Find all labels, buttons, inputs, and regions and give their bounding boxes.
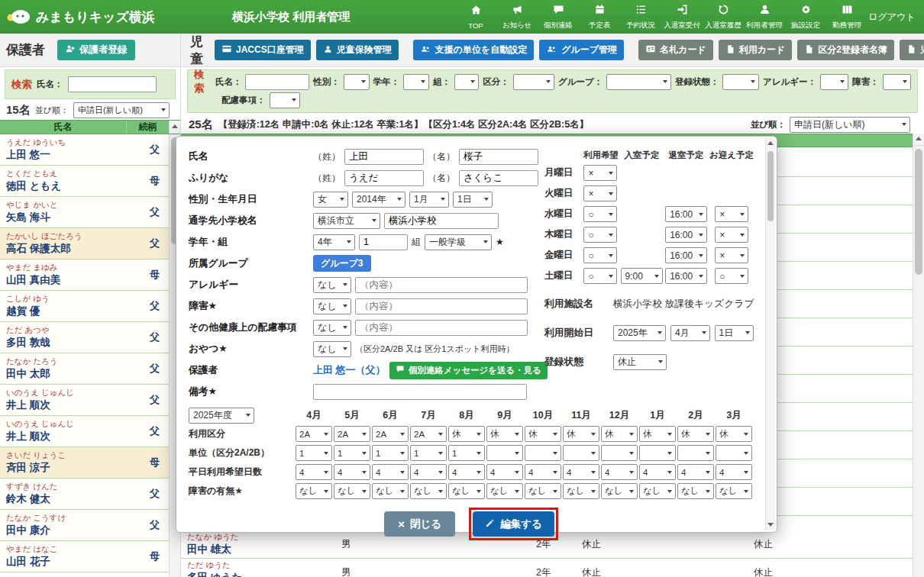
unit-select[interactable] bbox=[601, 445, 638, 461]
unit-select[interactable]: 1 bbox=[334, 445, 370, 461]
usage-kubun-select[interactable]: 休 bbox=[525, 426, 561, 442]
unit-select[interactable]: 1 bbox=[410, 445, 447, 461]
unit-select[interactable] bbox=[563, 445, 599, 461]
disability-month-select[interactable]: なし bbox=[334, 483, 370, 499]
kubun-filter-select[interactable] bbox=[513, 74, 554, 90]
usage-kubun-select[interactable]: 2A bbox=[334, 426, 370, 442]
class-filter-select[interactable] bbox=[454, 74, 479, 90]
scroll-up-button[interactable] bbox=[169, 121, 180, 134]
guardian-link[interactable]: 上田 悠一（父） bbox=[313, 363, 386, 377]
unit-select[interactable] bbox=[716, 445, 752, 461]
start-day-select[interactable]: 1日 bbox=[715, 325, 754, 341]
guardian-row[interactable]: ただ あつや 多田 敦哉 父 bbox=[0, 322, 169, 353]
disability-detail-input[interactable] bbox=[355, 298, 528, 314]
school-name-input[interactable] bbox=[384, 213, 499, 229]
guardian-row[interactable]: いのうえ じゅんじ 井上 順次 父 bbox=[0, 416, 169, 447]
weekday-days-select[interactable]: 4 bbox=[677, 464, 714, 480]
nav-history[interactable]: 入退室履歴 bbox=[703, 3, 744, 31]
friday-pickup-select[interactable]: × bbox=[715, 247, 748, 263]
child-insurance-button[interactable]: 児童保険管理 bbox=[316, 40, 399, 60]
wednesday-leave-select[interactable]: 16:00 bbox=[665, 206, 707, 222]
scroll-down-button[interactable] bbox=[766, 518, 775, 530]
usage-kubun-select[interactable]: 2A bbox=[372, 426, 409, 442]
gender-select[interactable]: 女 bbox=[313, 192, 348, 208]
school-type-select[interactable]: 横浜市立 bbox=[313, 213, 380, 229]
child-row[interactable]: ただ ゆうた 多田 ゆうた 男 2年 休止 休止 bbox=[181, 559, 913, 577]
weekday-days-select[interactable]: 4 bbox=[372, 464, 409, 480]
thursday-leave-select[interactable]: 16:00 bbox=[665, 227, 707, 243]
group-filter-select[interactable] bbox=[606, 74, 671, 90]
guardian-row[interactable]: たかいし ほごたろう 高石 保護太郎 父 bbox=[0, 228, 169, 259]
unit-select[interactable]: 1 bbox=[372, 445, 409, 461]
children-sort-select[interactable]: 申請日(新しい順) bbox=[790, 117, 910, 133]
disability-month-select[interactable]: なし bbox=[410, 483, 447, 499]
name-card-button[interactable]: 名札カード bbox=[638, 40, 713, 60]
allergy-detail-input[interactable] bbox=[355, 277, 528, 293]
guardian-sort-select[interactable]: 申請日(新しい順) bbox=[73, 102, 170, 118]
disability-month-select[interactable]: なし bbox=[677, 483, 714, 499]
weekday-days-select[interactable]: 4 bbox=[334, 464, 370, 480]
scroll-up-button[interactable] bbox=[913, 134, 924, 146]
saturday-leave-select[interactable]: 16:00 bbox=[665, 268, 707, 284]
thursday-pickup-select[interactable]: × bbox=[715, 227, 748, 243]
child-name-input[interactable] bbox=[245, 74, 309, 90]
usage-kubun-select[interactable]: 休 bbox=[563, 426, 599, 442]
unit-select[interactable]: 1 bbox=[296, 445, 332, 461]
thursday-wish-select[interactable]: ○ bbox=[583, 227, 617, 243]
children-scrollbar[interactable] bbox=[913, 134, 924, 577]
birth-year-select[interactable]: 2014年 bbox=[352, 192, 405, 208]
guardian-row[interactable]: うえだ ゆういち 上田 悠一 父 bbox=[0, 134, 169, 166]
usage-kubun-select[interactable]: 2A bbox=[410, 426, 447, 442]
disability-month-select[interactable]: なし bbox=[525, 483, 561, 499]
disability-month-select[interactable]: なし bbox=[563, 483, 599, 499]
nav-users[interactable]: 利用者管理 bbox=[744, 3, 785, 31]
nav-logout[interactable]: ログアウト bbox=[867, 11, 916, 24]
guardian-register-button[interactable]: 保護者登録 bbox=[57, 40, 135, 60]
disability-month-select[interactable]: なし bbox=[296, 483, 332, 499]
guardian-row[interactable]: やじま かいと 矢島 海斗 父 bbox=[0, 197, 169, 228]
class-type-select[interactable]: 一般学級 bbox=[425, 234, 492, 250]
saturday-enter-select[interactable]: 9:00 bbox=[621, 268, 663, 284]
start-year-select[interactable]: 2025年 bbox=[613, 325, 666, 341]
send-message-button[interactable]: 個別連絡メッセージを送る・見る bbox=[389, 362, 548, 379]
allergy-filter-select[interactable] bbox=[820, 74, 848, 90]
disability-filter-select[interactable] bbox=[883, 74, 911, 90]
weekday-days-select[interactable]: 4 bbox=[525, 464, 561, 480]
wednesday-pickup-select[interactable]: × bbox=[715, 206, 748, 222]
modal-scrollbar[interactable] bbox=[765, 138, 775, 530]
gender-filter-select[interactable] bbox=[344, 74, 370, 90]
guardian-row[interactable]: いのうえ じゅんじ 井上 順次 父 bbox=[0, 385, 169, 416]
first-name-input[interactable] bbox=[459, 149, 538, 165]
usage-card-button[interactable]: 利用カード bbox=[719, 40, 793, 60]
scrollbar-thumb[interactable] bbox=[915, 149, 922, 275]
guardian-row[interactable]: こしが ゆう 越賀 優 父 bbox=[0, 291, 169, 322]
tuesday-wish-select[interactable]: × bbox=[583, 185, 617, 201]
weekday-days-select[interactable]: 4 bbox=[486, 464, 523, 480]
guardian-row[interactable]: やまだ はなこ 山田 花子 母 bbox=[0, 541, 169, 572]
usage-kubun-select[interactable]: 休 bbox=[639, 426, 676, 442]
unit-select[interactable] bbox=[525, 445, 561, 461]
kubun2-register-button[interactable]: 区分2登録者名簿 bbox=[797, 40, 894, 60]
disability-month-select[interactable]: なし bbox=[601, 483, 638, 499]
guardian-row[interactable]: とくだ ともえ 徳田 ともえ 母 bbox=[0, 166, 169, 197]
unit-select[interactable] bbox=[486, 445, 523, 461]
weekday-days-select[interactable]: 4 bbox=[296, 464, 332, 480]
weekday-days-select[interactable]: 4 bbox=[716, 464, 752, 480]
unit-select[interactable] bbox=[677, 445, 714, 461]
usage-kubun-select[interactable]: 休 bbox=[486, 426, 523, 442]
friday-wish-select[interactable]: ○ bbox=[583, 247, 617, 263]
nav-news[interactable]: お知らせ bbox=[496, 3, 538, 31]
usage-kubun-select[interactable]: 休 bbox=[716, 426, 752, 442]
weekday-days-select[interactable]: 4 bbox=[563, 464, 599, 480]
close-button[interactable]: × 閉じる bbox=[384, 511, 455, 537]
guardian-search-input[interactable] bbox=[68, 76, 157, 92]
saturday-pickup-select[interactable]: ○ bbox=[715, 268, 748, 284]
usage-kubun-select[interactable]: 休 bbox=[448, 426, 485, 442]
saturday-wish-select[interactable]: ○ bbox=[583, 268, 617, 284]
weekday-days-select[interactable]: 4 bbox=[448, 464, 485, 480]
nav-settings[interactable]: 施設設定 bbox=[785, 3, 826, 31]
friday-leave-select[interactable]: 16:00 bbox=[665, 247, 707, 263]
grade-filter-select[interactable] bbox=[403, 74, 429, 90]
health-detail-input[interactable] bbox=[355, 320, 528, 336]
last-name-input[interactable] bbox=[344, 149, 424, 165]
